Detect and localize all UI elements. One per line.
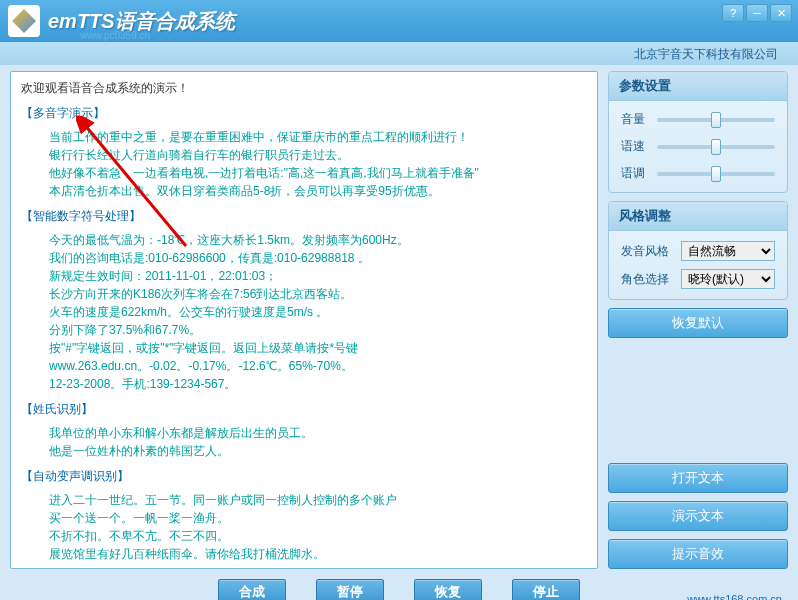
pause-button[interactable]: 暂停 (316, 579, 384, 600)
content-line: 长沙方向开来的K186次列车将会在7:56到达北京西客站。 (49, 285, 591, 303)
content-line: 今天的最低气温为：-18℃，这座大桥长1.5km。发射频率为600Hz。 (49, 231, 591, 249)
content-line: www.263.edu.cn。-0.02。-0.17%。-12.6℃。65%-7… (49, 357, 591, 375)
speed-slider[interactable] (657, 145, 775, 149)
content-line: 他是一位姓朴的朴素的韩国艺人。 (49, 442, 591, 460)
params-group: 参数设置 音量 语速 语调 (608, 71, 788, 193)
content-line: 新规定生效时间：2011-11-01，22:01:03； (49, 267, 591, 285)
content-line: 我单位的单小东和解小东都是解放后出生的员工。 (49, 424, 591, 442)
voice-style-label: 发音风格 (621, 243, 681, 260)
content-line: 我们的咨询电话是:010-62986600，传真是:010-62988818 。 (49, 249, 591, 267)
demo-text-button[interactable]: 演示文本 (608, 501, 788, 531)
resume-button[interactable]: 恢复 (414, 579, 482, 600)
synth-button[interactable]: 合成 (218, 579, 286, 600)
speed-label: 语速 (621, 138, 657, 155)
sound-effect-button[interactable]: 提示音效 (608, 539, 788, 569)
content-line: 本店清仓折本出售。双休日穿着类商品5-8折，会员可以再享受95折优惠。 (49, 182, 591, 200)
watermark: www.pc0359.cn (80, 30, 150, 41)
content-line: 进入二十一世纪。五一节。同一账户或同一控制人控制的多个账户 (49, 491, 591, 509)
volume-label: 音量 (621, 111, 657, 128)
content-line: 展览馆里有好几百种纸雨伞。请你给我打桶洗脚水。 (49, 545, 591, 563)
open-text-button[interactable]: 打开文本 (608, 463, 788, 493)
company-label: 北京宇音天下科技有限公司 (0, 42, 798, 65)
section-title: 【智能数字符号处理】 (21, 208, 591, 225)
content-line: 12-23-2008。手机:139-1234-567。 (49, 375, 591, 393)
content-line: 分别下降了37.5%和67.7%。 (49, 321, 591, 339)
voice-style-select[interactable]: 自然流畅 (681, 241, 775, 261)
titlebar: emTTS语音合成系统 www.pc0359.cn ? ─ ✕ (0, 0, 798, 42)
close-button[interactable]: ✕ (770, 4, 792, 22)
role-select[interactable]: 晓玲(默认) (681, 269, 775, 289)
restore-default-button[interactable]: 恢复默认 (608, 308, 788, 338)
content-line: 火车的速度是622km/h。公交车的行驶速度是5m/s 。 (49, 303, 591, 321)
bottom-bar: 合成 暂停 恢复 停止 www.tts168.com.cn (0, 575, 798, 600)
style-header: 风格调整 (609, 202, 787, 231)
demo-text-area[interactable]: 欢迎观看语音合成系统的演示！【多音字演示】当前工作的重中之重，是要在重重困难中，… (10, 71, 598, 569)
role-label: 角色选择 (621, 271, 681, 288)
content-line: 买一个送一个。一帆一桨一渔舟。 (49, 509, 591, 527)
welcome-text: 欢迎观看语音合成系统的演示！ (21, 80, 591, 97)
section-title: 【自动变声调识别】 (21, 468, 591, 485)
content-line: 当前工作的重中之重，是要在重重困难中，保证重庆市的重点工程的顺利进行！ (49, 128, 591, 146)
content-line: 不折不扣。不卑不亢。不三不四。 (49, 527, 591, 545)
content-line: 银行行长经过人行道向骑着自行车的银行职员行走过去。 (49, 146, 591, 164)
help-button[interactable]: ? (722, 4, 744, 22)
params-header: 参数设置 (609, 72, 787, 101)
main-area: 欢迎观看语音合成系统的演示！【多音字演示】当前工作的重中之重，是要在重重困难中，… (0, 65, 798, 575)
side-panel: 参数设置 音量 语速 语调 风格调整 发音风格 (608, 71, 788, 569)
footer-link[interactable]: www.tts168.com.cn (687, 593, 782, 600)
pitch-label: 语调 (621, 165, 657, 182)
style-group: 风格调整 发音风格 自然流畅 角色选择 晓玲(默认) (608, 201, 788, 300)
app-logo (8, 5, 40, 37)
section-title: 【多音字演示】 (21, 105, 591, 122)
section-title: 【姓氏识别】 (21, 401, 591, 418)
content-line: 他好像不着急，一边看着电视,一边打着电话:"高,这一着真高,我们马上就着手准备" (49, 164, 591, 182)
stop-button[interactable]: 停止 (512, 579, 580, 600)
window-controls: ? ─ ✕ (722, 4, 792, 22)
volume-slider[interactable] (657, 118, 775, 122)
minimize-button[interactable]: ─ (746, 4, 768, 22)
content-line: 按"#"字键返回，或按"*"字键返回。返回上级菜单请按*号键 (49, 339, 591, 357)
pitch-slider[interactable] (657, 172, 775, 176)
